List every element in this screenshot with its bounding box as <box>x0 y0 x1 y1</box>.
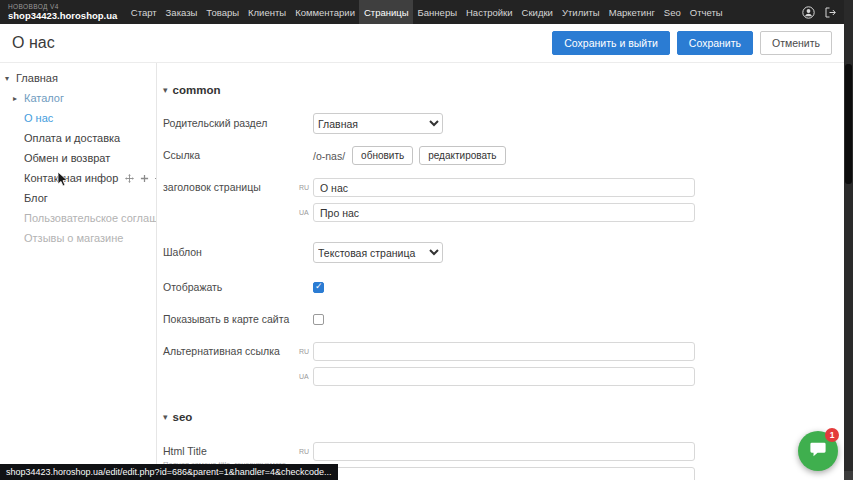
account-icon[interactable] <box>802 6 815 19</box>
sidebar-item-label: Каталог <box>24 92 64 104</box>
alt-link-row: Альтернативная ссылка RU UA <box>163 342 844 386</box>
nav-clients[interactable]: Клиенты <box>244 0 291 24</box>
chat-unread-badge: 1 <box>825 428 839 442</box>
html-title-ua-input[interactable] <box>313 467 695 480</box>
sidebar-item-label: Обмен и возврат <box>24 152 110 164</box>
scrollbar-corner <box>844 471 853 480</box>
display-checkbox[interactable] <box>313 282 324 293</box>
nav-settings[interactable]: Настройки <box>462 0 518 24</box>
nav-pages[interactable]: Страницы <box>359 0 413 24</box>
nav-orders[interactable]: Заказы <box>161 0 202 24</box>
brand-block: НОВОВВОД V4 shop34423.horoshop.ua <box>0 4 126 21</box>
caret-right-icon[interactable]: ▸ <box>13 94 22 103</box>
sidebar-item-reviews[interactable]: Отзывы о магазине <box>0 228 156 248</box>
sidebar-item-label: Оплата и доставка <box>24 132 120 144</box>
template-label: Шаблон <box>163 246 299 259</box>
page-header: О нас Сохранить и выйти Сохранить Отмени… <box>0 24 844 63</box>
sitemap-checkbox[interactable] <box>313 314 324 325</box>
cancel-button[interactable]: Отменить <box>760 31 832 55</box>
nav-utilities[interactable]: Утилиты <box>557 0 604 24</box>
sidebar-item-home[interactable]: ▾ Главная <box>0 68 156 88</box>
save-button[interactable]: Сохранить <box>677 31 753 55</box>
header-actions: Сохранить и выйти Сохранить Отменить <box>552 31 832 55</box>
scrollbar-thumb[interactable] <box>845 64 852 184</box>
page-title-label: заголовок страницы <box>163 178 299 194</box>
nav-start[interactable]: Старт <box>126 0 161 24</box>
sidebar-item-label: Главная <box>16 72 58 84</box>
nav-banners[interactable]: Баннеры <box>413 0 461 24</box>
section-seo-header[interactable]: ▾ seo <box>163 410 844 424</box>
nav-reports[interactable]: Отчеты <box>685 0 727 24</box>
sidebar-item-exchange-return[interactable]: Обмен и возврат <box>0 148 156 168</box>
pages-tree-sidebar: ▾ Главная ▸ Каталог О нас Оплата и доста… <box>0 63 157 480</box>
chat-bubble-icon <box>809 441 827 462</box>
link-edit-button[interactable]: редактировать <box>419 146 505 165</box>
caret-down-icon: ▾ <box>163 412 168 422</box>
status-url-preview: shop34423.horoshop.ua/edit/edit.php?id=6… <box>0 464 338 480</box>
nav-marketing[interactable]: Маркетинг <box>604 0 659 24</box>
sitemap-label: Показывать в карте сайта <box>163 313 299 326</box>
move-icon[interactable] <box>123 172 136 185</box>
section-common-header[interactable]: ▾ common <box>163 83 844 97</box>
app-window: НОВОВВОД V4 shop34423.horoshop.ua Старт … <box>0 0 853 480</box>
sidebar-item-payment-delivery[interactable]: Оплата и доставка <box>0 128 156 148</box>
sidebar-item-user-agreement[interactable]: Пользовательское соглашение <box>0 208 156 228</box>
lang-ru-label: RU <box>299 184 310 191</box>
parent-section-row: Родительский раздел Главная <box>163 113 844 134</box>
logout-icon[interactable] <box>824 6 837 19</box>
nav-comments[interactable]: Комментарии <box>291 0 360 24</box>
template-row: Шаблон Текстовая страница <box>163 242 844 263</box>
sidebar-item-label: Блог <box>24 192 48 204</box>
page-edit-form: ▾ common Родительский раздел Главная Ссы… <box>157 63 844 480</box>
sidebar-item-label: Пользовательское соглашение <box>24 212 157 224</box>
link-row: Ссылка /o-nas/ обновить редактировать <box>163 146 844 165</box>
body-area: ▾ Главная ▸ Каталог О нас Оплата и доста… <box>0 63 844 480</box>
html-title-ru-input[interactable] <box>313 442 695 461</box>
link-label: Ссылка <box>163 149 299 162</box>
save-and-exit-button[interactable]: Сохранить и выйти <box>552 31 670 55</box>
sidebar-item-label: Контактная инфор <box>24 172 118 184</box>
lang-ru-label: RU <box>299 448 310 455</box>
lang-ua-label: UA <box>299 209 310 216</box>
alt-link-ru-input[interactable] <box>313 342 695 361</box>
template-select[interactable]: Текстовая страница <box>313 242 443 263</box>
nav-discounts[interactable]: Скидки <box>517 0 557 24</box>
link-refresh-button[interactable]: обновить <box>352 146 413 165</box>
main-menu: Старт Заказы Товары Клиенты Комментарии … <box>126 0 727 24</box>
sidebar-item-catalog[interactable]: ▸ Каталог <box>0 88 156 108</box>
page-title-ru-input[interactable] <box>313 178 695 197</box>
sitemap-row: Показывать в карте сайта <box>163 313 844 326</box>
vertical-scrollbar[interactable] <box>844 0 853 480</box>
alt-link-label: Альтернативная ссылка <box>163 342 299 358</box>
sidebar-item-contact-info[interactable]: Контактная инфор <box>0 168 156 188</box>
section-title: seo <box>173 411 193 423</box>
link-value: /o-nas/ <box>313 150 345 162</box>
chat-launcher-button[interactable]: 1 <box>798 431 838 471</box>
display-row: Отображать <box>163 281 844 294</box>
top-nav: НОВОВВОД V4 shop34423.horoshop.ua Старт … <box>0 0 853 24</box>
sidebar-item-blog[interactable]: Блог <box>0 188 156 208</box>
display-label: Отображать <box>163 281 299 294</box>
page-title-row: заголовок страницы RU UA <box>163 178 844 222</box>
sidebar-item-actions <box>123 172 157 185</box>
sidebar-item-about[interactable]: О нас <box>0 108 156 128</box>
page-title-ua-input[interactable] <box>313 203 695 222</box>
sidebar-item-label: Отзывы о магазине <box>24 232 123 244</box>
nav-products[interactable]: Товары <box>202 0 244 24</box>
caret-down-icon: ▾ <box>163 85 168 95</box>
lang-ru-label: RU <box>299 348 310 355</box>
section-title: common <box>173 84 221 96</box>
add-page-icon[interactable] <box>138 172 151 185</box>
nav-seo[interactable]: Seo <box>659 0 685 24</box>
parent-section-label: Родительский раздел <box>163 117 299 130</box>
caret-down-icon[interactable]: ▾ <box>5 74 14 83</box>
brand-domain-label: shop34423.horoshop.ua <box>8 11 117 21</box>
parent-section-select[interactable]: Главная <box>313 113 443 134</box>
sidebar-item-label: О нас <box>24 112 53 124</box>
lang-ua-label: UA <box>299 373 310 380</box>
alt-link-ua-input[interactable] <box>313 367 695 386</box>
page-title: О нас <box>12 34 55 52</box>
